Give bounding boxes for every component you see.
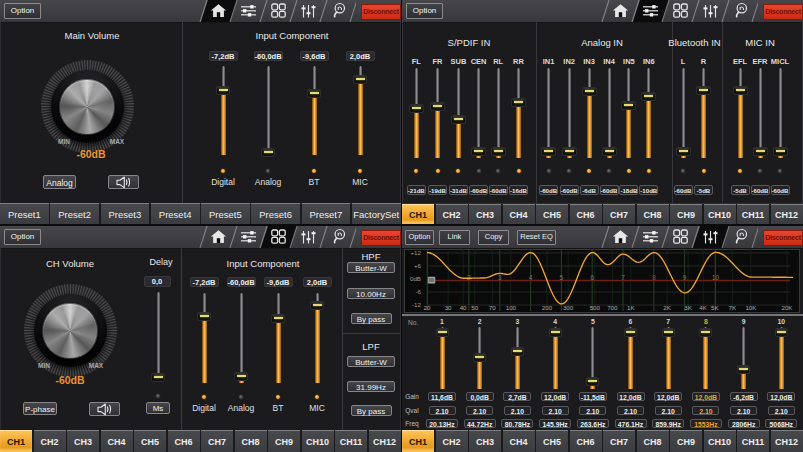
svg-text:3: 3 [498,274,502,281]
svg-text:20: 20 [424,304,431,311]
svg-text:6: 6 [590,274,594,281]
svg-text:10: 10 [712,274,720,281]
svg-text:40: 40 [460,304,467,311]
svg-text:700: 700 [607,304,618,311]
svg-text:5K: 5K [711,304,719,311]
svg-text:100: 100 [506,304,517,311]
svg-text:+12: +12 [411,249,422,256]
svg-text:8: 8 [652,274,656,281]
svg-text:300: 300 [563,304,574,311]
svg-text:50: 50 [471,304,478,311]
svg-text:+6: +6 [414,262,422,269]
svg-text:5: 5 [560,274,564,281]
svg-text:4K: 4K [699,304,707,311]
svg-text:-12: -12 [412,301,422,308]
svg-text:2: 2 [467,274,471,281]
svg-text:70: 70 [489,304,496,311]
svg-text:20K: 20K [781,304,793,311]
svg-text:1K: 1K [627,304,635,311]
svg-text:2K: 2K [663,304,671,311]
svg-text:7K: 7K [729,304,737,311]
svg-text:200: 200 [542,304,553,311]
svg-text:30: 30 [445,304,452,311]
svg-text:9: 9 [683,274,687,281]
svg-text:4: 4 [529,274,533,281]
svg-text:3K: 3K [684,304,692,311]
svg-text:500: 500 [590,304,601,311]
svg-text:7: 7 [621,274,625,281]
svg-text:10K: 10K [745,304,757,311]
svg-text:-6: -6 [415,288,421,295]
svg-text:0dB: 0dB [410,275,421,282]
